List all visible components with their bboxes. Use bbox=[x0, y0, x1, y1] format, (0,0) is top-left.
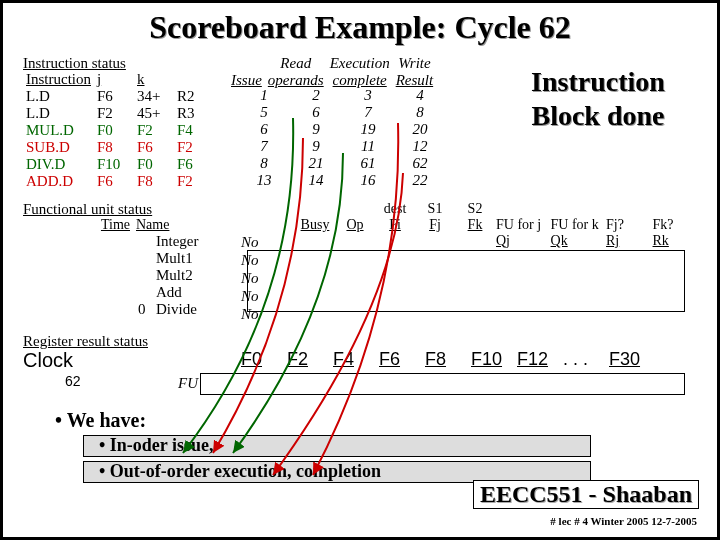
bullet-main: • We have: bbox=[55, 409, 146, 432]
cycle-row: 791112 bbox=[238, 138, 446, 155]
clock-label: Clock bbox=[23, 349, 73, 372]
reg-box bbox=[200, 373, 685, 395]
instr-row: SUB.DF8F6F2 bbox=[23, 139, 214, 156]
cycle-row: 1234 bbox=[238, 87, 446, 104]
instr-row: ADD.DF6F8F2 bbox=[23, 173, 214, 190]
fu-dest-header: destS1S2 Busy Op Fi Fj Fk bbox=[295, 201, 495, 233]
cycle-table: 1234 5678 691920 791112 8216162 13141622 bbox=[238, 87, 446, 189]
instruction-block-done-label: Instruction Block done bbox=[493, 65, 703, 132]
fu-row: Integer bbox=[135, 233, 201, 250]
fu-table: Integer Mult1 Mult2 Add 0Divide bbox=[135, 233, 201, 318]
fu-row: Add bbox=[135, 284, 201, 301]
bullet-sub-2: • Out-of-order execution, completion bbox=[99, 461, 381, 482]
cycle-row: 8216162 bbox=[238, 155, 446, 172]
cycle-row: 691920 bbox=[238, 121, 446, 138]
instr-row: MUL.DF0F2F4 bbox=[23, 122, 214, 139]
slide-frame: Scoreboard Example: Cycle 62 Instruction… bbox=[0, 0, 720, 540]
col-j: j bbox=[94, 71, 134, 88]
instr-row: L.DF634+R2 bbox=[23, 88, 214, 105]
instruction-table: Instruction j k L.DF634+R2 L.DF245+R3 MU… bbox=[23, 71, 214, 190]
cycle-number: 62 bbox=[65, 373, 81, 389]
fu-cell-label: FU bbox=[178, 375, 198, 392]
fu-far-header: FU for jFU for kFj?Fk? QjQkRjRk bbox=[493, 217, 697, 249]
col-k: k bbox=[134, 71, 174, 88]
register-row: F0 F2 F4 F6 F8 F10 F12 . . . F30 bbox=[238, 349, 652, 370]
content-area: Instruction status Instruction j k L.DF6… bbox=[23, 55, 697, 477]
register-result-status-label: Register result status bbox=[23, 333, 148, 350]
instr-row: L.DF245+R3 bbox=[23, 105, 214, 122]
busy-column: No No No No No bbox=[241, 233, 259, 323]
instruction-status-label: Instruction status bbox=[23, 55, 126, 72]
cycle-row: 5678 bbox=[238, 104, 446, 121]
col-instruction: Instruction bbox=[23, 71, 94, 88]
fu-box bbox=[247, 250, 685, 312]
fu-header: Time Name bbox=[73, 217, 172, 233]
fu-row: Mult1 bbox=[135, 250, 201, 267]
footer-info: # lec # 4 Winter 2005 12-7-2005 bbox=[550, 515, 697, 527]
issue-header: Read Execution Write Issue operands comp… bbox=[228, 55, 436, 89]
cycle-row: 13141622 bbox=[238, 172, 446, 189]
fu-row: 0Divide bbox=[135, 301, 201, 318]
footer-course: EECC551 - Shaaban bbox=[473, 480, 699, 509]
instr-row: DIV.DF10F0F6 bbox=[23, 156, 214, 173]
fu-row: Mult2 bbox=[135, 267, 201, 284]
bullet-sub-1: • In-oder issue, bbox=[99, 435, 214, 456]
functional-unit-status-label: Functional unit status bbox=[23, 201, 152, 218]
slide-title: Scoreboard Example: Cycle 62 bbox=[3, 9, 717, 46]
